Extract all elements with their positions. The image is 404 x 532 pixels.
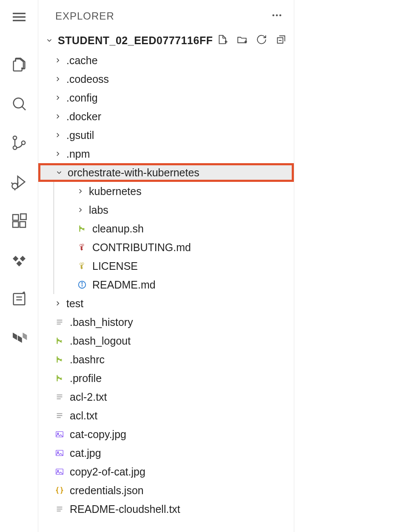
terraform-icon[interactable]: [10, 329, 28, 348]
diamonds-icon[interactable]: [10, 251, 28, 269]
panel-header: EXPLORER: [38, 0, 294, 30]
file-label: README.md: [92, 279, 156, 291]
keys-red-icon: [76, 243, 88, 252]
file-CONTRIBUTING.md[interactable]: CONTRIBUTING.md: [54, 238, 294, 257]
file-acl-2.txt[interactable]: acl-2.txt: [38, 388, 294, 406]
folder-orchestrate-with-kubernetes[interactable]: orchestrate-with-kubernetes: [38, 163, 294, 182]
file-.bash_logout[interactable]: .bash_logout: [38, 331, 294, 350]
shell-icon: [54, 355, 65, 364]
shell-icon: [76, 224, 88, 233]
folder-label: orchestrate-with-kubernetes: [68, 167, 199, 179]
root-folder-header[interactable]: STUDENT_02_EED0777116FF: [38, 30, 294, 51]
json-icon: [54, 486, 65, 495]
file-LICENSE[interactable]: LICENSE: [54, 257, 294, 275]
folder-config[interactable]: .config: [38, 88, 294, 107]
file-label: credentials.json: [70, 484, 144, 497]
folder-label: .codeoss: [66, 73, 109, 85]
folder-label: .npm: [66, 148, 90, 160]
svg-point-3: [13, 98, 23, 108]
chevron-right-icon: [54, 150, 62, 158]
chevron-down-icon: [55, 169, 63, 176]
file-cleanup.sh[interactable]: cleanup.sh: [54, 219, 294, 238]
image-icon: [54, 467, 65, 476]
svg-line-9: [11, 183, 12, 184]
file-acl.txt[interactable]: acl.txt: [38, 406, 294, 425]
file-label: acl-2.txt: [70, 391, 107, 403]
panel-title: EXPLORER: [55, 10, 114, 22]
file-copy2-of-cat.jpg[interactable]: copy2-of-cat.jpg: [38, 462, 294, 481]
file-README.md[interactable]: README.md: [54, 275, 294, 294]
chevron-right-icon: [54, 113, 62, 120]
svg-point-6: [13, 146, 16, 150]
folder-test[interactable]: test: [38, 294, 294, 313]
folder-label: .config: [66, 92, 98, 104]
folder-docker[interactable]: .docker: [38, 107, 294, 126]
svg-rect-14: [20, 222, 25, 227]
info-icon: [76, 280, 88, 289]
svg-point-21: [279, 14, 282, 17]
svg-point-5: [13, 136, 16, 139]
svg-rect-15: [20, 214, 26, 219]
chevron-down-icon: [45, 37, 54, 44]
svg-point-19: [273, 14, 275, 17]
file-label: .bash_history: [70, 316, 133, 328]
svg-point-7: [21, 141, 25, 144]
folder-cache[interactable]: .cache: [38, 51, 294, 70]
new-file-icon[interactable]: [217, 34, 228, 47]
svg-point-30: [80, 244, 83, 247]
chevron-right-icon: [54, 131, 62, 139]
folder-kubernetes[interactable]: kubernetes: [54, 182, 294, 201]
lines-icon: [54, 411, 65, 420]
chevron-right-icon: [76, 187, 85, 195]
lines-icon: [54, 392, 65, 402]
folder-labs[interactable]: labs: [54, 201, 294, 219]
svg-rect-12: [13, 215, 18, 220]
folder-label: labs: [89, 204, 108, 216]
search-icon[interactable]: [10, 94, 28, 113]
root-action-icons: [217, 34, 287, 47]
file-cat-copy.jpg[interactable]: cat-copy.jpg: [38, 425, 294, 444]
file-label: CONTRIBUTING.md: [92, 241, 191, 254]
explorer-sidebar: EXPLORER STUDENT_02_EED0777116FF .cache.…: [38, 0, 294, 532]
source-control-icon[interactable]: [10, 133, 28, 152]
file-label: copy2-of-cat.jpg: [70, 466, 145, 478]
folder-label: test: [66, 297, 83, 310]
file-.bash_history[interactable]: .bash_history: [38, 313, 294, 331]
collapse-all-icon[interactable]: [276, 34, 287, 47]
new-folder-icon[interactable]: [236, 34, 248, 47]
keys-yellow-icon: [76, 261, 88, 271]
file-label: cat-copy.jpg: [70, 428, 126, 441]
document-icon[interactable]: [10, 290, 28, 308]
svg-rect-13: [13, 222, 18, 227]
file-label: cleanup.sh: [92, 223, 144, 235]
lines-icon: [54, 504, 65, 514]
file-credentials.json[interactable]: credentials.json: [38, 481, 294, 500]
image-icon: [54, 430, 65, 439]
menu-icon[interactable]: [10, 8, 28, 26]
file-README-cloudshell.txt[interactable]: README-cloudshell.txt: [38, 500, 294, 518]
activity-bar: [0, 0, 38, 532]
folder-codeoss[interactable]: .codeoss: [38, 70, 294, 88]
folder-npm[interactable]: .npm: [38, 144, 294, 163]
debug-icon[interactable]: [10, 173, 28, 191]
file-.bashrc[interactable]: .bashrc: [38, 350, 294, 369]
svg-point-20: [276, 14, 278, 17]
file-label: cat.jpg: [70, 447, 101, 459]
file-label: README-cloudshell.txt: [70, 503, 180, 515]
chevron-right-icon: [54, 94, 62, 102]
more-actions-icon[interactable]: [271, 9, 283, 23]
file-.profile[interactable]: .profile: [38, 369, 294, 388]
shell-icon: [54, 336, 65, 345]
svg-rect-16: [13, 294, 25, 305]
svg-point-8: [12, 183, 17, 189]
file-label: .profile: [70, 372, 102, 385]
file-cat.jpg[interactable]: cat.jpg: [38, 444, 294, 462]
svg-point-36: [82, 283, 83, 283]
refresh-icon[interactable]: [256, 34, 267, 47]
file-label: LICENSE: [92, 260, 138, 272]
extensions-icon[interactable]: [10, 212, 28, 230]
explorer-icon[interactable]: [10, 55, 28, 74]
chevron-right-icon: [54, 300, 62, 307]
file-label: .bashrc: [70, 354, 105, 366]
folder-gsutil[interactable]: .gsutil: [38, 126, 294, 144]
